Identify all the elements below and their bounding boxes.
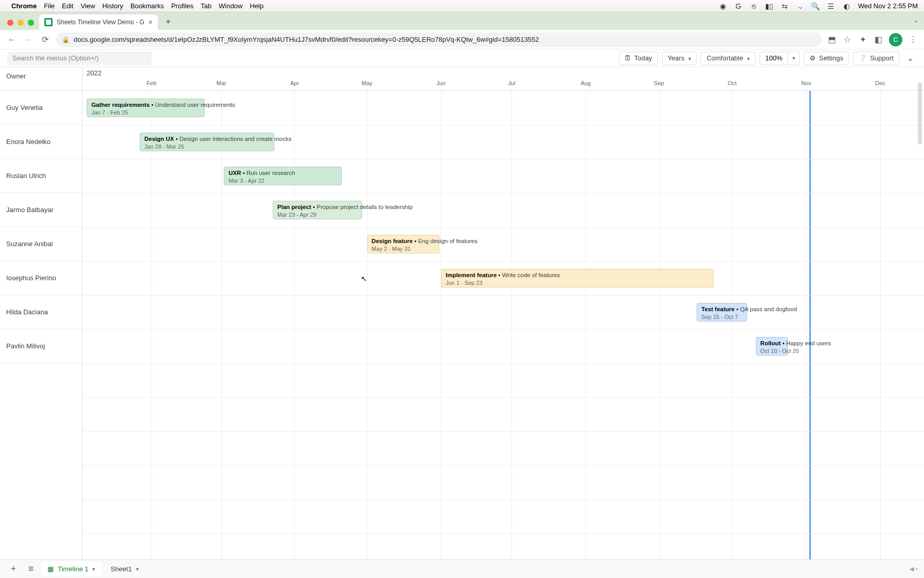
menu-file[interactable]: File	[44, 2, 55, 10]
scale-dropdown[interactable]: Years	[662, 52, 697, 65]
owner-row: Enora Nedelko	[0, 125, 82, 159]
timeline-card[interactable]: Design UX • Design user interactions and…	[140, 133, 274, 151]
zoom-dropdown-icon[interactable]: ▾	[787, 52, 800, 65]
window-minimize-button[interactable]	[18, 20, 24, 26]
address-bar[interactable]: 🔒 docs.google.com/spreadsheets/d/1eIpOzJ…	[56, 33, 822, 47]
timeline-body[interactable]: Guy VenetiaEnora NedelkoRuslan UlrichJar…	[0, 91, 924, 576]
month-gridline	[732, 91, 733, 576]
month-label: Jun	[436, 80, 446, 86]
reload-button[interactable]: ⟳	[39, 34, 51, 45]
chrome-menu-icon[interactable]: ⋮	[909, 35, 918, 44]
timeline-card[interactable]: Implement feature • Write code of featur…	[441, 269, 714, 287]
window-close-button[interactable]	[7, 20, 13, 26]
menu-bookmarks[interactable]: Bookmarks	[130, 2, 164, 10]
month-label: Oct	[728, 80, 736, 86]
row-gridline	[82, 465, 924, 466]
battery-icon[interactable]: ▮▯	[765, 2, 773, 10]
row-gridline	[82, 295, 924, 296]
month-label: Apr	[290, 80, 299, 86]
card-description: Propose project details to leadership	[317, 204, 412, 210]
bluetooth-icon[interactable]: ⎋	[750, 2, 758, 10]
card-description: Run user research	[246, 170, 295, 176]
month-gridline	[586, 91, 586, 576]
browser-tab[interactable]: Sheets Timeline View Demo - G ×	[39, 14, 158, 30]
add-sheet-button[interactable]: +	[6, 562, 21, 576]
row-gridline	[82, 500, 924, 500]
menubar-datetime[interactable]: Wed Nov 2 2:55 PM	[858, 2, 918, 10]
month-gridline	[221, 91, 222, 576]
chevron-down-icon	[746, 54, 750, 62]
card-separator: •	[735, 306, 740, 312]
extensions-icon[interactable]: ✦	[858, 35, 867, 44]
gear-icon: ⚙	[810, 54, 816, 62]
month-gridline	[367, 91, 368, 576]
sheet-tab-timeline[interactable]: ▦ Timeline 1 ▾	[41, 561, 101, 577]
month-label: Mar	[217, 80, 226, 86]
card-title: Implement feature	[446, 272, 497, 278]
timeline-card[interactable]: Design feature • Eng design of featuresM…	[367, 235, 439, 253]
card-separator: •	[241, 170, 246, 176]
timeline-card[interactable]: Rollout • Happy end usersOct 10 - Oct 20	[756, 337, 788, 356]
help-icon: ❔	[859, 54, 867, 62]
card-title: Design feature	[372, 238, 413, 244]
month-label: Sep	[654, 80, 664, 86]
today-marker	[810, 91, 811, 576]
window-zoom-button[interactable]	[28, 20, 34, 26]
tab-close-icon[interactable]: ×	[148, 18, 153, 26]
timeline-card[interactable]: Plan project • Propose project details t…	[273, 201, 362, 219]
side-panel-icon[interactable]: ◧	[873, 35, 883, 44]
density-dropdown[interactable]: Comfortable	[701, 52, 755, 65]
card-separator: •	[150, 102, 155, 108]
timeline-grid[interactable]: ↖ Gather requirements • Understand user …	[82, 91, 924, 576]
menu-help[interactable]: Help	[250, 2, 264, 10]
forward-button[interactable]: →	[23, 34, 34, 45]
toggles-icon[interactable]: ⇆	[781, 2, 789, 10]
card-dates: Jun 1 - Sep 23	[446, 279, 709, 286]
sheet-tab-menu-icon[interactable]: ▾	[136, 566, 139, 572]
control-center-icon[interactable]: ☰	[827, 2, 835, 10]
all-sheets-button[interactable]: ≡	[24, 562, 38, 576]
card-separator: •	[174, 136, 179, 142]
new-tab-button[interactable]: +	[161, 14, 175, 29]
today-button[interactable]: 🗓 Today	[619, 52, 658, 65]
scrollbar-thumb[interactable]	[918, 83, 922, 145]
support-button[interactable]: ❔ Support	[853, 52, 899, 65]
siri-icon[interactable]: ◐	[843, 2, 851, 10]
back-button[interactable]: ←	[6, 34, 18, 45]
explore-corner[interactable]: ◀▪	[910, 566, 918, 572]
install-app-icon[interactable]: ⬒	[827, 35, 836, 44]
bookmark-star-icon[interactable]: ☆	[843, 35, 852, 44]
menu-search-input[interactable]: Search the menus (Option+/)	[7, 52, 152, 65]
row-gridline	[82, 159, 924, 159]
menu-tab[interactable]: Tab	[201, 2, 211, 10]
sheet-tab-sheet1[interactable]: Sheet1 ▾	[104, 561, 144, 577]
profile-avatar[interactable]: C	[889, 33, 902, 46]
month-gridline	[512, 91, 512, 576]
toolbar-collapse-icon[interactable]: ⌄	[903, 53, 917, 63]
menu-view[interactable]: View	[80, 2, 95, 10]
status-icon-1[interactable]: ◉	[719, 2, 727, 10]
zoom-control[interactable]: 100% ▾	[760, 52, 800, 65]
app-name[interactable]: Chrome	[11, 2, 37, 10]
spotlight-icon[interactable]: 🔍	[812, 2, 820, 10]
month-label: Nov	[801, 80, 812, 86]
timeline-card[interactable]: Test feature • QA pass and dogfoodSep 15…	[697, 303, 747, 322]
owner-row: Jarmo Batbayar	[0, 193, 82, 227]
vertical-scrollbar[interactable]	[917, 83, 923, 557]
menu-history[interactable]: History	[102, 2, 123, 10]
wifi-icon[interactable]: ⌵	[796, 2, 804, 10]
timeline-card[interactable]: UXR • Run user researchMar 3 - Apr 22	[224, 167, 341, 185]
card-dates: Jan 7 - Feb 25	[91, 109, 200, 116]
sheet-tab-menu-icon[interactable]: ▾	[92, 566, 95, 572]
menu-window[interactable]: Window	[219, 2, 242, 10]
menu-profiles[interactable]: Profiles	[171, 2, 193, 10]
google-status-icon[interactable]: G	[734, 2, 742, 10]
url-text: docs.google.com/spreadsheets/d/1eIpOzJzB…	[74, 36, 539, 43]
timeline-card[interactable]: Gather requirements • Understand user re…	[87, 99, 204, 117]
menu-edit[interactable]: Edit	[62, 2, 73, 10]
month-gridline	[659, 91, 659, 576]
card-title: Test feature	[701, 306, 734, 312]
card-dates: Oct 10 - Oct 20	[761, 347, 783, 355]
settings-button[interactable]: ⚙ Settings	[804, 52, 849, 65]
tabstrip-expand-icon[interactable]: ⌄	[914, 17, 919, 24]
